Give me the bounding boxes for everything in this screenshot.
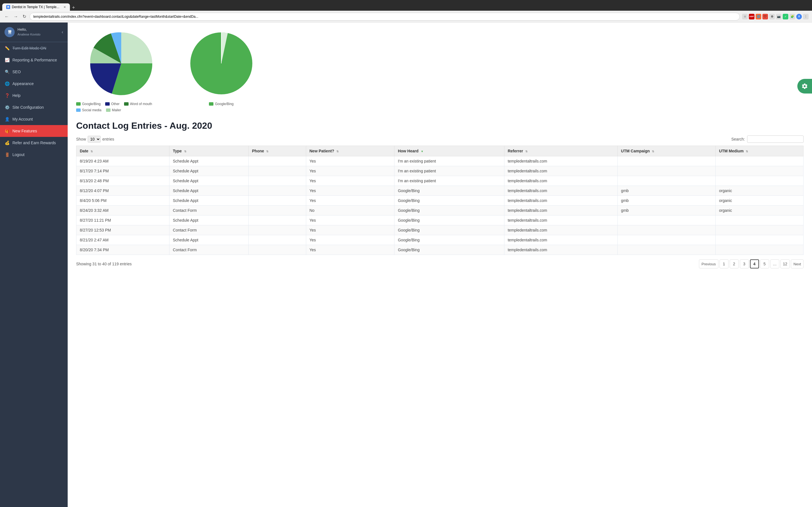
- sort-icon-type: ⇅: [184, 150, 186, 153]
- page-1-button[interactable]: 1: [719, 260, 728, 269]
- col-date[interactable]: Date ⇅: [77, 146, 169, 156]
- address-bar-row: ← → ↻ ☆ ABP 🌐 🛡 ⚙ 📷 ✓ 🧩 A ⋮: [0, 11, 812, 22]
- left-chart-legend: Google/Bing Other Word of mouth Social m…: [76, 102, 166, 112]
- address-input[interactable]: [30, 13, 740, 20]
- ext-abp[interactable]: ABP: [749, 14, 755, 19]
- ext-4[interactable]: 📷: [776, 14, 781, 19]
- back-button[interactable]: ←: [3, 13, 10, 20]
- refer-icon: 💰: [4, 140, 10, 145]
- col-utm-campaign[interactable]: UTM Campaign ⇅: [617, 146, 716, 156]
- col-phone[interactable]: Phone ⇅: [248, 146, 306, 156]
- sidebar-item-refer[interactable]: 💰 Refer and Earn Rewards: [0, 137, 68, 149]
- legend-google-bing: Google/Bing: [76, 102, 101, 106]
- legend-swatch-google: [76, 102, 81, 106]
- logout-icon: 🚪: [4, 152, 10, 157]
- menu-button[interactable]: ⋮: [803, 14, 809, 19]
- sort-icon-phone: ⇅: [266, 150, 268, 153]
- gear-fab-button[interactable]: [797, 79, 812, 94]
- showing-text: Showing 31 to 40 of 119 entries: [76, 262, 132, 266]
- legend-swatch-right-google: [209, 102, 213, 106]
- main-content: Google/Bing Other Word of mouth Social m…: [68, 22, 812, 507]
- sort-icon-utm-medium: ⇅: [746, 150, 748, 153]
- site-config-icon: ⚙️: [4, 105, 10, 110]
- sidebar-item-help[interactable]: ❓ Help: [0, 90, 68, 101]
- legend-other: Other: [105, 102, 119, 106]
- col-type[interactable]: Type ⇅: [169, 146, 249, 156]
- sidebar-item-edit-mode[interactable]: ✏️ Turn Edit Mode ON: [0, 42, 68, 54]
- table-row: 8/20/20 7:34 PMContact FormYesGoogle/Bin…: [77, 245, 804, 255]
- col-utm-medium[interactable]: UTM Medium ⇅: [716, 146, 804, 156]
- sidebar-item-reporting[interactable]: 📈 Reporting & Performance: [0, 54, 68, 66]
- pagination: Previous 1 2 3 4 5 … 12 Next: [699, 260, 804, 269]
- right-chart: Google/Bing: [183, 28, 259, 106]
- new-tab-button[interactable]: +: [70, 5, 78, 11]
- sidebar-item-logout[interactable]: 🚪 Logout: [0, 149, 68, 161]
- previous-page-button[interactable]: Previous: [699, 260, 718, 269]
- col-referrer[interactable]: Referrer ⇅: [504, 146, 617, 156]
- close-tab-button[interactable]: ✕: [63, 5, 66, 9]
- search-input[interactable]: [747, 135, 804, 143]
- ext-3[interactable]: ⚙: [769, 14, 775, 19]
- sidebar-item-new-features[interactable]: 🎁 New Features: [0, 125, 68, 137]
- reload-button[interactable]: ↻: [21, 13, 28, 20]
- browser-tab-bar: 🦷 Dentist in Temple TX | Temple... ✕ +: [0, 0, 812, 11]
- page-4-button[interactable]: 4: [750, 260, 759, 269]
- sidebar-item-appearance[interactable]: 🌐 Appearance: [0, 78, 68, 90]
- right-pie-chart: [183, 28, 259, 99]
- legend-mailer: Mailer: [106, 108, 121, 112]
- page-3-button[interactable]: 3: [740, 260, 749, 269]
- table-row: 8/24/20 3:32 AMContact FormNoGoogle/Bing…: [77, 206, 804, 216]
- forward-button[interactable]: →: [12, 13, 19, 20]
- tab-favicon: 🦷: [6, 5, 10, 9]
- sidebar-header: 🦷 Hello, Analiese Kovisto ‹: [0, 22, 68, 42]
- pagination-wrap: Showing 31 to 40 of 119 entries Previous…: [76, 260, 804, 269]
- legend-right-google: Google/Bing: [209, 102, 234, 106]
- entries-per-page-select[interactable]: 10 25 50: [88, 136, 101, 143]
- next-page-button[interactable]: Next: [791, 260, 804, 269]
- sidebar-item-seo[interactable]: 🔍 SEO: [0, 66, 68, 78]
- table-title: Contact Log Entries - Aug. 2020: [76, 121, 804, 131]
- legend-swatch-other: [105, 102, 110, 106]
- edit-icon: ✏️: [4, 46, 10, 51]
- table-row: 8/13/20 2:48 PMSchedule ApptYesI'm an ex…: [77, 176, 804, 186]
- page-12-button[interactable]: 12: [780, 260, 790, 269]
- sidebar-item-site-config[interactable]: ⚙️ Site Configuration: [0, 101, 68, 113]
- sidebar-user: 🦷 Hello, Analiese Kovisto: [4, 27, 40, 37]
- legend-swatch-social: [76, 108, 81, 112]
- table-row: 8/4/20 5:06 PMSchedule ApptYesGoogle/Bin…: [77, 196, 804, 206]
- sort-icon-new-patient: ⇅: [336, 150, 339, 153]
- legend-swatch-mailer: [106, 108, 110, 112]
- page-5-button[interactable]: 5: [760, 260, 769, 269]
- sidebar-username: Hello, Analiese Kovisto: [17, 27, 40, 37]
- table-section: Contact Log Entries - Aug. 2020 Show 10 …: [68, 115, 812, 277]
- user-profile[interactable]: A: [796, 14, 802, 19]
- table-row: 8/17/20 7:14 PMSchedule ApptYesI'm an ex…: [77, 166, 804, 176]
- sort-icon-how-heard: ▼: [421, 150, 423, 153]
- help-icon: ❓: [4, 93, 10, 98]
- extension-icons: ☆ ABP 🌐 🛡 ⚙ 📷 ✓ 🧩 A ⋮: [742, 14, 809, 19]
- sidebar: 🦷 Hello, Analiese Kovisto ‹ ✏️ Turn Edit…: [0, 22, 68, 507]
- sort-icon-referrer: ⇅: [525, 150, 527, 153]
- table-row: 8/19/20 4:23 AMSchedule ApptYesI'm an ex…: [77, 156, 804, 166]
- ext-2[interactable]: 🛡: [762, 14, 768, 19]
- search-box: Search:: [731, 135, 804, 143]
- sidebar-collapse-button[interactable]: ‹: [62, 30, 63, 35]
- page-2-button[interactable]: 2: [730, 260, 739, 269]
- ext-5[interactable]: ✓: [783, 14, 788, 19]
- table-row: 8/21/20 2:47 AMSchedule ApptYesGoogle/Bi…: [77, 235, 804, 245]
- my-account-icon: 👤: [4, 117, 10, 122]
- col-how-heard[interactable]: How Heard ▼: [395, 146, 504, 156]
- seo-icon: 🔍: [4, 69, 10, 74]
- star-icon[interactable]: ☆: [742, 14, 748, 19]
- ext-1[interactable]: 🌐: [756, 14, 761, 19]
- col-new-patient[interactable]: New Patient? ⇅: [306, 146, 395, 156]
- search-label: Search:: [731, 137, 745, 142]
- sidebar-item-my-account[interactable]: 👤 My Account: [0, 113, 68, 125]
- table-row: 8/27/20 12:53 PMContact FormYesGoogle/Bi…: [77, 225, 804, 235]
- ext-puzzle[interactable]: 🧩: [790, 14, 795, 19]
- new-features-icon: 🎁: [4, 128, 10, 133]
- table-body: 8/19/20 4:23 AMSchedule ApptYesI'm an ex…: [77, 156, 804, 255]
- active-tab[interactable]: 🦷 Dentist in Temple TX | Temple... ✕: [2, 3, 70, 11]
- gear-icon: [801, 83, 808, 90]
- left-pie-chart: [78, 28, 165, 99]
